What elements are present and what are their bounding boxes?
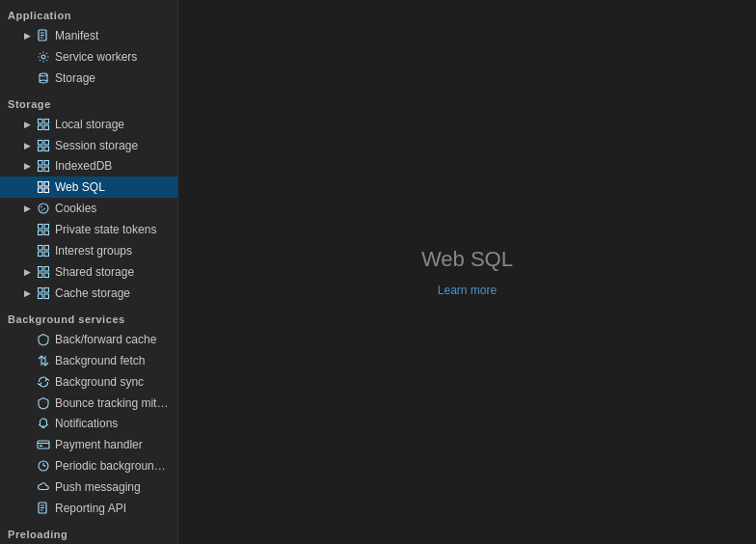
- svg-rect-17: [39, 161, 43, 166]
- storage-app-label: Storage: [55, 71, 170, 85]
- indexeddb-label: IndexedDB: [55, 159, 170, 173]
- svg-rect-44: [44, 294, 49, 299]
- grid-icon-ws: [37, 180, 50, 194]
- arrow-reporting: [21, 503, 33, 514]
- sidebar-item-service-workers[interactable]: Service workers: [0, 46, 177, 68]
- svg-rect-34: [44, 246, 49, 251]
- section-preloading: Preloading: [0, 523, 177, 544]
- arrows-updown-icon: [37, 354, 50, 367]
- gear-icon: [37, 50, 50, 64]
- arrow-pbs: [21, 460, 33, 472]
- arrow-bfc: [21, 334, 33, 345]
- arrow-shared-storage: [21, 266, 33, 278]
- svg-rect-15: [39, 147, 43, 151]
- svg-rect-49: [40, 446, 42, 448]
- grid-icon-ig: [37, 244, 50, 258]
- sidebar-item-manifest[interactable]: Manifest: [0, 25, 177, 46]
- sidebar-item-local-storage[interactable]: Local storage: [0, 114, 177, 135]
- svg-rect-36: [44, 252, 49, 257]
- svg-rect-35: [39, 252, 43, 257]
- svg-rect-31: [39, 231, 43, 235]
- sidebar-item-background-fetch[interactable]: Background fetch: [0, 350, 177, 371]
- push-messaging-label: Push messaging: [55, 480, 170, 494]
- arrow-local-storage: [21, 119, 33, 130]
- svg-rect-22: [44, 182, 49, 187]
- svg-point-28: [41, 209, 43, 211]
- arrow-storage-app: [21, 72, 33, 84]
- svg-rect-9: [39, 119, 43, 123]
- arrow-bgfetch: [21, 355, 33, 367]
- bounce-tracking-label: Bounce tracking mitigati…: [55, 396, 170, 410]
- svg-rect-30: [44, 225, 49, 230]
- card-icon: [37, 438, 50, 451]
- shared-storage-label: Shared storage: [55, 265, 170, 279]
- main-content: Web SQL Learn more: [178, 0, 756, 544]
- sidebar-item-push-messaging[interactable]: Push messaging: [0, 476, 177, 498]
- sidebar: Application Manifest Service workers: [0, 0, 178, 544]
- arrow-session-storage: [21, 140, 33, 151]
- svg-rect-11: [39, 125, 43, 130]
- svg-point-25: [39, 204, 48, 213]
- sidebar-item-background-sync[interactable]: Background sync: [0, 371, 177, 393]
- sidebar-item-cache-storage[interactable]: Cache storage: [0, 283, 177, 304]
- svg-rect-41: [39, 287, 43, 292]
- svg-rect-20: [44, 167, 49, 172]
- sidebar-item-shared-storage[interactable]: Shared storage: [0, 261, 177, 283]
- grid-icon-shared: [37, 265, 50, 279]
- svg-rect-10: [44, 119, 49, 123]
- svg-rect-29: [39, 225, 43, 230]
- sidebar-item-bounce-tracking[interactable]: Bounce tracking mitigati…: [0, 393, 177, 414]
- svg-point-26: [40, 206, 42, 208]
- reporting-api-label: Reporting API: [55, 502, 170, 515]
- svg-rect-37: [39, 267, 43, 272]
- svg-rect-32: [44, 231, 49, 235]
- svg-point-27: [43, 208, 45, 210]
- arrow-manifest: [21, 30, 33, 41]
- grid-icon-ls: [37, 118, 50, 131]
- notifications-label: Notifications: [55, 417, 170, 430]
- shield-icon-bounce: [37, 396, 50, 410]
- svg-rect-24: [44, 188, 49, 193]
- service-workers-label: Service workers: [55, 50, 170, 64]
- svg-point-8: [40, 80, 47, 83]
- shield-icon-bfc: [37, 333, 50, 346]
- sidebar-item-cookies[interactable]: Cookies: [0, 198, 177, 219]
- sidebar-item-indexeddb[interactable]: IndexedDB: [0, 156, 177, 177]
- session-storage-label: Session storage: [55, 139, 170, 152]
- arrow-ig: [21, 245, 33, 257]
- sidebar-item-web-sql[interactable]: Web SQL: [0, 177, 177, 198]
- sidebar-item-reporting-api[interactable]: Reporting API: [0, 498, 177, 519]
- payment-handler-label: Payment handler: [55, 438, 170, 451]
- sidebar-item-interest-groups[interactable]: Interest groups: [0, 240, 177, 261]
- svg-rect-23: [39, 188, 43, 193]
- section-background-services: Background services: [0, 308, 177, 329]
- cylinder-icon: [37, 71, 50, 85]
- arrow-cookies: [21, 203, 33, 214]
- grid-icon-cache: [37, 286, 50, 300]
- svg-rect-38: [44, 267, 49, 272]
- bell-icon: [37, 417, 50, 430]
- sidebar-item-private-state-tokens[interactable]: Private state tokens: [0, 219, 177, 240]
- svg-rect-14: [44, 140, 49, 145]
- svg-point-4: [41, 55, 45, 59]
- background-fetch-label: Background fetch: [55, 354, 170, 367]
- learn-more-link[interactable]: Learn more: [438, 284, 497, 297]
- sidebar-item-notifications[interactable]: Notifications: [0, 414, 177, 435]
- sidebar-item-session-storage[interactable]: Session storage: [0, 135, 177, 156]
- arrow-indexeddb: [21, 160, 33, 172]
- interest-groups-label: Interest groups: [55, 244, 170, 258]
- sidebar-item-periodic-background-sync[interactable]: Periodic background sync…: [0, 455, 177, 476]
- svg-point-5: [40, 73, 47, 76]
- svg-rect-43: [39, 294, 43, 299]
- cache-storage-label: Cache storage: [55, 286, 170, 300]
- svg-rect-21: [39, 182, 43, 187]
- arrow-cache-storage: [21, 287, 33, 299]
- sidebar-item-payment-handler[interactable]: Payment handler: [0, 434, 177, 455]
- sidebar-item-back-forward-cache[interactable]: Back/forward cache: [0, 329, 177, 350]
- section-storage: Storage: [0, 93, 177, 114]
- cloud-icon: [37, 480, 50, 494]
- arrow-bgsync: [21, 376, 33, 388]
- arrow-payment: [21, 439, 33, 450]
- arrow-bounce: [21, 397, 33, 409]
- sidebar-item-storage-app[interactable]: Storage: [0, 68, 177, 89]
